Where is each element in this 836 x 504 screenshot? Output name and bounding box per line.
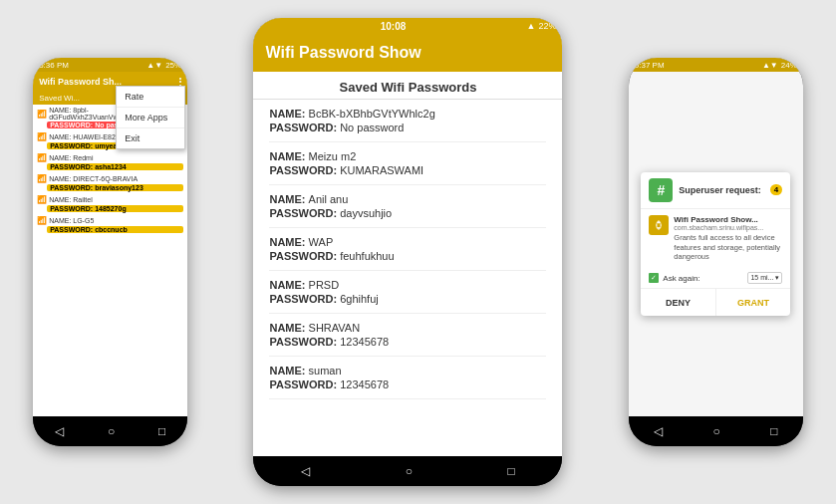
right-app-bg: # Superuser request: 4 Wifi Password — [629, 72, 803, 416]
ask-again-checkbox[interactable]: ✓ — [649, 273, 659, 283]
pw-entry-6: NAME: SHRAVAN PASSWORD: 12345678 — [269, 314, 546, 357]
svg-rect-1 — [658, 221, 660, 223]
pw-name-1: NAME: BcBK-bXBhbGVtYWhlc2g — [269, 108, 546, 120]
pw-name-2: NAME: Meizu m2 — [269, 150, 546, 162]
center-recents-icon[interactable]: □ — [507, 464, 514, 478]
right-status-bar: 5:37 PM ▲▼ 24% — [629, 58, 803, 72]
svg-rect-0 — [658, 223, 661, 227]
ask-again-row: ✓ Ask again: 15 mi... ▾ — [641, 268, 790, 288]
time-option: 15 mi... — [750, 274, 773, 281]
ask-again-label: Ask again: — [663, 274, 699, 283]
right-battery: 24% — [781, 61, 797, 70]
pw-pass-3: PASSWORD: dayvsuhjio — [269, 207, 546, 219]
pw-name-3: NAME: Anil anu — [269, 193, 546, 205]
pw-entry-3: NAME: Anil anu PASSWORD: dayvsuhjio — [269, 185, 546, 228]
app-info: Wifi Password Show... com.sbacham.srinu.… — [674, 215, 782, 262]
pw-pass-2: PASSWORD: KUMARASWAMI — [269, 164, 546, 176]
center-phone: 10:08 ▲ 22% Wifi Password Show Saved Wif… — [253, 18, 562, 486]
dropdown-more-apps[interactable]: More Apps — [117, 108, 184, 128]
dropdown-arrow-icon: ▾ — [775, 274, 779, 281]
dropdown-menu: Rate More Apps Exit — [116, 86, 185, 149]
pw-entry-5: NAME: PRSD PASSWORD: 6ghihfuj — [269, 271, 546, 314]
home-icon[interactable]: ○ — [108, 424, 115, 438]
list-item: 📶NAME: Railtel PASSWORD: 1485270g — [37, 195, 183, 212]
center-nav-bar: ◁ ○ □ — [253, 456, 562, 486]
password-badge: PASSWORD: braviasony123 — [47, 184, 183, 191]
dialog-badge: 4 — [770, 184, 782, 195]
left-nav-bar: ◁ ○ □ — [33, 416, 187, 446]
dropdown-rate[interactable]: Rate — [117, 87, 184, 108]
right-recents-icon[interactable]: □ — [770, 424, 777, 438]
right-status-right: ▲▼ 24% — [762, 61, 797, 70]
pw-pass-4: PASSWORD: feuhfukhuu — [269, 250, 546, 262]
left-phone: 5:36 PM ▲▼ 25% Wifi Password Sh... Saved… — [33, 58, 187, 446]
left-app-title: Wifi Password Sh... — [39, 77, 122, 87]
center-time: 10:08 — [381, 21, 407, 32]
right-home-icon[interactable]: ○ — [713, 424, 720, 438]
pw-entry-2: NAME: Meizu m2 PASSWORD: KUMARASWAMI — [269, 142, 546, 185]
center-battery: 22% — [538, 21, 556, 31]
grant-button[interactable]: GRANT — [716, 289, 791, 316]
left-screen: 5:36 PM ▲▼ 25% Wifi Password Sh... Saved… — [33, 58, 187, 416]
left-signal: ▲▼ — [146, 61, 162, 70]
time-select[interactable]: 15 mi... ▾ — [747, 272, 782, 284]
center-status-right: ▲ 22% — [527, 21, 557, 31]
list-item: 📶NAME: Redmi PASSWORD: asha1234 — [37, 153, 183, 170]
dropdown-exit[interactable]: Exit — [117, 128, 184, 148]
password-badge: PASSWORD: 1485270g — [47, 205, 183, 212]
right-phone: 5:37 PM ▲▼ 24% # Superuser request: 4 — [629, 58, 803, 446]
left-status-right: ▲▼ 25% — [146, 61, 181, 70]
superuser-icon: # — [649, 178, 673, 202]
password-badge: PASSWORD: asha1234 — [47, 163, 183, 170]
pw-pass-5: PASSWORD: 6ghihfuj — [269, 293, 546, 305]
center-back-icon[interactable]: ◁ — [301, 464, 310, 478]
center-screen: 10:08 ▲ 22% Wifi Password Show Saved Wif… — [253, 18, 562, 456]
app-desc: Grants full access to all device feature… — [674, 233, 782, 262]
center-home-icon[interactable]: ○ — [406, 464, 413, 478]
right-screen: 5:37 PM ▲▼ 24% # Superuser request: 4 — [629, 58, 803, 416]
pw-name-5: NAME: PRSD — [269, 279, 546, 291]
pw-pass-7: PASSWORD: 12345678 — [269, 378, 546, 390]
password-list: NAME: BcBK-bXBhbGVtYWhlc2g PASSWORD: No … — [253, 100, 562, 456]
deny-button[interactable]: DENY — [641, 289, 716, 316]
left-wifi-list: 📶NAME: 8pbl-dGFudWxhZ3VuanVwYWxsaTM PASS… — [33, 105, 187, 416]
left-time: 5:36 PM — [39, 61, 69, 70]
right-nav-bar: ◁ ○ □ — [629, 416, 803, 446]
list-item: 📶NAME: DIRECT-6Q-BRAVIA PASSWORD: bravia… — [37, 174, 183, 191]
app-name: Wifi Password Show... — [674, 215, 782, 224]
pw-pass-1: PASSWORD: No password — [269, 122, 546, 133]
center-app-title: Wifi Password Show — [265, 44, 420, 61]
center-status-bar: 10:08 ▲ 22% — [253, 18, 562, 34]
saved-passwords-title: Saved Wifi Passwords — [253, 72, 562, 100]
dialog-title: Superuser request: — [673, 185, 770, 195]
pw-entry-4: NAME: WAP PASSWORD: feuhfukhuu — [269, 228, 546, 271]
pw-entry-1: NAME: BcBK-bXBhbGVtYWhlc2g PASSWORD: No … — [269, 100, 546, 142]
pw-name-7: NAME: suman — [269, 365, 546, 377]
password-badge: PASSWORD: cbccnucb — [47, 226, 183, 233]
right-signal: ▲▼ — [762, 61, 778, 70]
list-item: 📶NAME: LG-G5 PASSWORD: cbccnucb — [37, 216, 183, 233]
recents-icon[interactable]: □ — [158, 424, 165, 438]
pw-name-4: NAME: WAP — [269, 236, 546, 248]
left-status-bar: 5:36 PM ▲▼ 25% — [33, 58, 187, 72]
right-back-icon[interactable]: ◁ — [654, 424, 663, 438]
center-app-header: Wifi Password Show — [253, 34, 562, 72]
center-signal: ▲ — [527, 21, 536, 31]
dialog-app-row: Wifi Password Show... com.sbacham.srinu.… — [641, 209, 790, 268]
app-package: com.sbacham.srinu.wifipas... — [674, 224, 782, 231]
left-battery: 25% — [165, 61, 181, 70]
pw-entry-7: NAME: suman PASSWORD: 12345678 — [269, 357, 546, 399]
superuser-dialog: # Superuser request: 4 Wifi Password — [641, 172, 790, 316]
app-icon — [649, 215, 669, 235]
back-icon[interactable]: ◁ — [55, 424, 64, 438]
dialog-buttons: DENY GRANT — [641, 288, 790, 316]
pw-name-6: NAME: SHRAVAN — [269, 322, 546, 334]
pw-pass-6: PASSWORD: 12345678 — [269, 336, 546, 348]
dialog-header: # Superuser request: 4 — [641, 172, 790, 209]
right-time: 5:37 PM — [635, 61, 665, 70]
